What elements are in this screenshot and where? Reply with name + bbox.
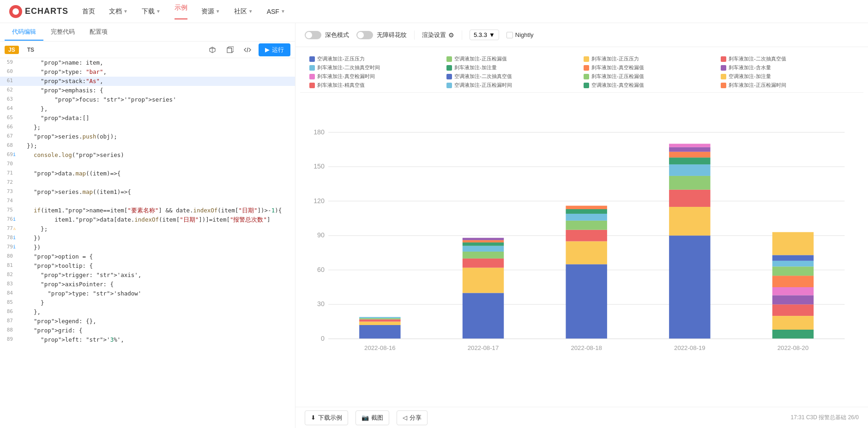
code-icon[interactable] — [241, 43, 254, 56]
nav-docs[interactable]: 文档 ▼ — [109, 7, 128, 16]
svg-rect-63 — [772, 232, 814, 255]
legend-color — [584, 83, 589, 88]
dark-mode-toggle[interactable] — [305, 31, 321, 39]
svg-rect-30 — [463, 252, 504, 259]
share-button[interactable]: ◁ 分享 — [397, 410, 428, 425]
line-number: 82 — [2, 271, 13, 279]
version-selector[interactable]: 5.3.3 ▼ — [470, 30, 499, 40]
legend-item[interactable]: 刹车液加注-真空检漏值 — [584, 64, 717, 71]
nav-examples[interactable]: 示例 — [175, 4, 187, 19]
legend-color — [584, 56, 589, 62]
tab-code-editor[interactable]: 代码编辑 — [5, 24, 43, 41]
nav-resources-arrow: ▼ — [216, 9, 220, 14]
legend-color — [721, 56, 726, 62]
legend-item[interactable]: 刹车液加注-含水量 — [721, 64, 854, 71]
legend-item[interactable]: 刹车液加注-真空检漏时间 — [309, 73, 443, 80]
nav-community[interactable]: 社区 ▼ — [234, 7, 253, 16]
line-gutter: 72 — [0, 178, 23, 187]
svg-rect-61 — [772, 261, 814, 266]
line-gutter: 78i — [0, 234, 23, 242]
legend-item[interactable]: 空调液加注-二次抽真空值 — [446, 73, 580, 80]
line-number: 66 — [2, 123, 13, 131]
legend-label: 刹车液加注-真空检漏时间 — [317, 73, 375, 80]
svg-rect-34 — [463, 238, 504, 240]
legend-item[interactable]: 空调液加注-加注量 — [721, 73, 854, 80]
legend-color — [446, 56, 452, 62]
legend-item[interactable]: 刹车液加注-二次抽真空时间 — [309, 64, 443, 71]
nav-resources[interactable]: 资源 ▼ — [201, 7, 220, 16]
nav-download[interactable]: 下载 ▼ — [142, 7, 161, 16]
line-gutter: 65 — [0, 114, 23, 122]
legend-item[interactable]: 空调液加注-正压压力 — [309, 55, 443, 62]
ts-button[interactable]: TS — [24, 46, 38, 54]
svg-rect-45 — [669, 207, 710, 235]
legend-item[interactable]: 空调液加注-真空检漏值 — [584, 82, 717, 89]
legend-item[interactable]: 刹车液加注-二次抽真空值 — [721, 55, 854, 62]
legend-color — [309, 83, 315, 88]
logo[interactable]: ECHARTS — [9, 5, 68, 18]
line-number: 70 — [2, 160, 13, 168]
legend-item[interactable]: 刹车液加注-精真空值 — [309, 82, 443, 89]
left-panel: 代码编辑 完整代码 配置项 JS TS — [0, 23, 295, 428]
code-line: 66 }; — [0, 123, 295, 132]
cube-icon[interactable] — [206, 43, 219, 56]
chart-bottom-bar: ⬇ 下载示例 📷 截图 ◁ 分享 17:31 C3D 报警总基础 26/0 — [295, 407, 868, 428]
nav-asf-arrow: ▼ — [281, 9, 285, 14]
accessible-toggle[interactable] — [356, 31, 373, 39]
svg-text:90: 90 — [317, 231, 325, 239]
code-line: 77⚠ }; — [0, 224, 295, 234]
dark-mode-toggle-group: 深色模式 — [305, 31, 349, 39]
svg-rect-27 — [463, 293, 504, 338]
legend-label: 空调液加注-正压检漏时间 — [454, 82, 512, 89]
line-gutter: 81 — [0, 261, 23, 270]
line-gutter: 64 — [0, 104, 23, 113]
nav-home[interactable]: 首页 — [82, 7, 95, 16]
line-gutter: 69i — [0, 151, 23, 159]
legend-color — [721, 83, 726, 88]
nightly-checkbox[interactable]: Nightly — [506, 31, 534, 38]
legend-item[interactable]: 空调液加注-正压检漏值 — [446, 55, 580, 62]
legend-item[interactable]: 刹车液加注-正压检漏时间 — [721, 82, 854, 89]
legend-item[interactable]: 刹车液加注-加注量 — [446, 64, 580, 71]
svg-text:180: 180 — [313, 128, 325, 136]
tab-full-code[interactable]: 完整代码 — [43, 24, 82, 41]
legend-item[interactable]: 空调液加注-正压检漏时间 — [446, 82, 580, 89]
svg-rect-37 — [566, 241, 607, 265]
code-line: 60 "prop">type: "bar", — [0, 67, 295, 77]
line-content: "prop">trigger: "str">'axis', — [23, 271, 295, 280]
line-content: "prop">type: "str">'shadow' — [23, 289, 295, 298]
js-button[interactable]: JS — [5, 46, 19, 54]
nightly-label: Nightly — [515, 31, 534, 38]
box-icon[interactable] — [223, 43, 236, 56]
svg-text:2022-08-17: 2022-08-17 — [468, 344, 499, 351]
code-line: 82 "prop">trigger: "str">'axis', — [0, 271, 295, 280]
svg-rect-21 — [359, 325, 400, 339]
svg-text:2022-08-18: 2022-08-18 — [571, 344, 602, 351]
version-dropdown-arrow: ▼ — [489, 31, 495, 38]
render-settings[interactable]: 渲染设置 ⚙ — [422, 31, 454, 39]
code-line: 72 — [0, 178, 295, 187]
svg-rect-42 — [566, 206, 607, 209]
divider-1 — [414, 30, 415, 40]
tab-config[interactable]: 配置项 — [82, 24, 115, 41]
run-button[interactable]: ▶ 运行 — [259, 43, 290, 56]
legend-item[interactable]: 刹车液加注-正压检漏值 — [584, 73, 717, 80]
camera-icon: 📷 — [362, 414, 369, 421]
line-content: if(item1."prop">name==item["要素名称"] && da… — [23, 206, 295, 215]
code-line: 71 "prop">data.map((item)=>{ — [0, 169, 295, 178]
code-editor[interactable]: 59 "prop">name: item,60 "prop">type: "ba… — [0, 58, 295, 428]
line-content: } — [23, 298, 295, 307]
divider-2 — [462, 30, 462, 40]
accessible-label: 无障碍花纹 — [377, 31, 407, 39]
line-content: }, — [23, 104, 295, 114]
screenshot-button[interactable]: 📷 截图 — [356, 410, 389, 425]
download-button[interactable]: ⬇ 下载示例 — [305, 410, 348, 425]
nav-asf[interactable]: ASF ▼ — [267, 8, 285, 15]
line-gutter: 71 — [0, 169, 23, 177]
bar-chart: 03060901201501802022-08-162022-08-172022… — [300, 93, 863, 397]
legend-item[interactable]: 刹车液加注-正压压力 — [584, 55, 717, 62]
line-number: 89 — [2, 335, 13, 344]
line-number: 77 — [2, 224, 13, 233]
nightly-check[interactable] — [506, 32, 513, 38]
line-content: "prop">stack:"As", — [23, 77, 295, 86]
